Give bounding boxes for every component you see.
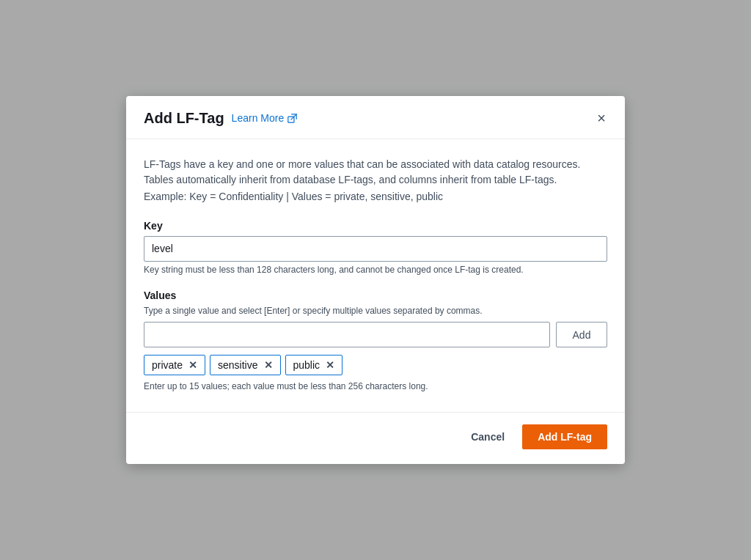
key-label: Key bbox=[144, 220, 607, 232]
close-button[interactable]: × bbox=[596, 109, 607, 127]
tag-chip: private✕ bbox=[144, 355, 205, 375]
values-section: Values Type a single value and select [E… bbox=[144, 290, 607, 391]
submit-button[interactable]: Add LF-tag bbox=[522, 424, 607, 449]
modal-body: LF-Tags have a key and one or more value… bbox=[126, 139, 625, 412]
modal-footer: Cancel Add LF-tag bbox=[126, 412, 625, 464]
tag-chip-remove-button[interactable]: ✕ bbox=[326, 360, 334, 370]
description-text: LF-Tags have a key and one or more value… bbox=[144, 157, 607, 188]
values-label: Values bbox=[144, 290, 607, 301]
learn-more-label: Learn More bbox=[232, 112, 285, 124]
modal-overlay: Add LF-Tag Learn More × LF-Tags have a k… bbox=[0, 0, 751, 560]
add-value-button[interactable]: Add bbox=[556, 322, 607, 347]
tag-chip: public✕ bbox=[285, 355, 343, 375]
tag-chip: sensitive✕ bbox=[210, 355, 280, 375]
tags-row: private✕sensitive✕public✕ bbox=[144, 355, 607, 375]
values-input[interactable] bbox=[144, 322, 550, 347]
values-input-row: Add bbox=[144, 322, 607, 347]
modal-header: Add LF-Tag Learn More × bbox=[126, 96, 625, 139]
modal-dialog: Add LF-Tag Learn More × LF-Tags have a k… bbox=[126, 96, 625, 464]
modal-title: Add LF-Tag bbox=[144, 110, 224, 127]
key-hint-text: Key string must be less than 128 charact… bbox=[144, 265, 607, 275]
tag-chip-remove-button[interactable]: ✕ bbox=[264, 360, 273, 370]
learn-more-link[interactable]: Learn More bbox=[232, 112, 298, 124]
cancel-button[interactable]: Cancel bbox=[462, 425, 513, 449]
example-text: Example: Key = Confidentiality | Values … bbox=[144, 191, 607, 202]
key-input[interactable] bbox=[144, 236, 607, 262]
tag-chip-label: private bbox=[152, 359, 183, 371]
external-link-icon bbox=[287, 113, 297, 123]
tag-chip-remove-button[interactable]: ✕ bbox=[188, 360, 197, 370]
values-limit-hint: Enter up to 15 values; each value must b… bbox=[144, 381, 607, 391]
key-field-group: Key Key string must be less than 128 cha… bbox=[144, 220, 607, 275]
modal-header-left: Add LF-Tag Learn More bbox=[144, 110, 297, 127]
values-hint: Type a single value and select [Enter] o… bbox=[144, 306, 607, 316]
tag-chip-label: public bbox=[293, 359, 320, 371]
tag-chip-label: sensitive bbox=[218, 359, 257, 371]
values-label-group: Values Type a single value and select [E… bbox=[144, 290, 607, 316]
